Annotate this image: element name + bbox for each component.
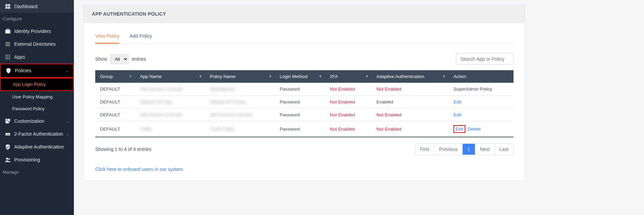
delete-link[interactable]: Delete bbox=[467, 126, 481, 132]
table-row: DEFAULTDefault API AppDefault API Policy… bbox=[95, 96, 514, 109]
svg-rect-2 bbox=[5, 7, 7, 9]
svg-point-10 bbox=[5, 57, 6, 58]
pager-1[interactable]: 1 bbox=[463, 144, 475, 155]
sidebar-item-apps[interactable]: Apps bbox=[0, 51, 74, 63]
onboard-link[interactable]: Click here to onboard users in our syste… bbox=[95, 167, 514, 172]
svg-point-18 bbox=[6, 158, 8, 160]
sort-icon: ▲▼ bbox=[366, 75, 368, 78]
tab-view-policy[interactable]: View Policy bbox=[95, 33, 119, 44]
col-app-name[interactable]: App Name▲▼ bbox=[135, 70, 205, 83]
sidebar-item-label: Policies bbox=[15, 68, 31, 73]
table-row: DEFAULTSelf Service ConsoleSelf Service … bbox=[95, 109, 514, 121]
list-icon bbox=[5, 41, 11, 47]
sidebar-item-external-directories[interactable]: External Directories bbox=[0, 38, 74, 51]
table-row: DEFAULTTrelloTrello PolicyPasswordNot En… bbox=[95, 121, 514, 137]
policy-table: Group▲▼App Name▲▼Policy Name▲▼Login Meth… bbox=[95, 70, 514, 137]
pager: FirstPrevious1NextLast bbox=[415, 143, 514, 155]
users-icon bbox=[5, 157, 11, 163]
key-icon: 123 bbox=[5, 131, 11, 137]
svg-point-7 bbox=[5, 55, 6, 56]
sort-icon: ▲▼ bbox=[129, 75, 132, 78]
svg-point-11 bbox=[7, 57, 8, 58]
sort-icon: ▲▼ bbox=[269, 75, 271, 78]
col-action[interactable]: Action bbox=[449, 70, 514, 83]
chevron-down-icon: ⌄ bbox=[66, 132, 69, 136]
sidebar-item-dashboard[interactable]: Dashboard bbox=[0, 0, 74, 13]
col-adaptive-authentication[interactable]: Adaptive Authentication▲▼ bbox=[372, 70, 449, 83]
sidebar-item-label: Apps bbox=[14, 54, 25, 60]
sidebar-item-2-factor-authentication[interactable]: 1232-Factor Authentication⌄ bbox=[0, 128, 74, 140]
tabs: View PolicyAdd Policy bbox=[95, 33, 514, 44]
col-policy-name[interactable]: Policy Name▲▼ bbox=[205, 70, 275, 83]
col-2fa[interactable]: 2FA▲▼ bbox=[325, 70, 372, 83]
sidebar-item-provisioning[interactable]: Provisioning bbox=[0, 153, 74, 166]
svg-text:123: 123 bbox=[6, 133, 9, 135]
pager-last[interactable]: Last bbox=[495, 144, 513, 155]
col-login-method[interactable]: Login Method▲▼ bbox=[275, 70, 325, 83]
sort-icon: ▲▼ bbox=[199, 75, 202, 78]
sidebar: DashboardConfigureIdentity ProvidersExte… bbox=[0, 0, 74, 215]
sidebar-item-label: External Directories bbox=[14, 41, 56, 47]
sidebar-item-label: Dashboard bbox=[14, 4, 38, 9]
svg-rect-3 bbox=[8, 7, 10, 9]
svg-point-14 bbox=[7, 58, 8, 59]
svg-point-8 bbox=[7, 55, 8, 56]
table-header-row: Group▲▼App Name▲▼Policy Name▲▼Login Meth… bbox=[95, 70, 514, 83]
sidebar-item-label: Identity Providers bbox=[14, 28, 51, 34]
sidebar-item-customization[interactable]: Customization⌄ bbox=[0, 115, 74, 128]
svg-rect-0 bbox=[5, 4, 7, 6]
sidebar-item-policies[interactable]: Policies⌄ bbox=[0, 63, 74, 78]
sidebar-item-label: Provisioning bbox=[14, 157, 40, 162]
sidebar-item-label: Adaptive Authentication bbox=[14, 144, 64, 150]
svg-point-9 bbox=[9, 55, 10, 56]
edit-link[interactable]: Edit bbox=[454, 125, 465, 133]
sidebar-item-label: 2-Factor Authentication bbox=[14, 131, 63, 137]
shield-icon bbox=[5, 67, 12, 74]
tab-add-policy[interactable]: Add Policy bbox=[129, 33, 152, 43]
svg-rect-4 bbox=[5, 42, 10, 43]
svg-rect-6 bbox=[5, 45, 10, 46]
search-input[interactable] bbox=[456, 53, 514, 65]
sidebar-item-label: Customization bbox=[14, 118, 44, 124]
table-info: Showing 1 to 4 of 4 entries bbox=[95, 146, 152, 152]
entries-control: Show All entries bbox=[95, 54, 146, 64]
svg-point-12 bbox=[9, 57, 10, 58]
dashboard-icon bbox=[5, 3, 11, 9]
sidebar-section: Manage bbox=[0, 166, 74, 178]
pager-first[interactable]: First bbox=[415, 144, 434, 155]
table-row: DEFAULTSelf Service Consoledefaultpolicy… bbox=[95, 83, 514, 96]
sidebar-sub-item[interactable]: App Login Policy bbox=[0, 78, 74, 91]
sidebar-item-adaptive-authentication[interactable]: Adaptive Authentication bbox=[0, 140, 74, 153]
pager-previous[interactable]: Previous bbox=[434, 144, 462, 155]
edit-link[interactable]: Edit bbox=[454, 112, 461, 117]
svg-rect-5 bbox=[5, 44, 10, 44]
grid-icon bbox=[5, 54, 11, 60]
chevron-down-icon: ⌄ bbox=[66, 119, 69, 123]
sidebar-sub-item[interactable]: Password Policy bbox=[0, 103, 74, 115]
sidebar-section: Configure bbox=[0, 13, 74, 25]
chevron-down-icon: ⌄ bbox=[66, 69, 68, 73]
pager-next[interactable]: Next bbox=[475, 144, 495, 155]
sort-icon: ▲▼ bbox=[319, 75, 322, 78]
svg-point-19 bbox=[8, 158, 10, 160]
sidebar-item-identity-providers[interactable]: Identity Providers bbox=[0, 25, 74, 38]
sort-icon: ▲▼ bbox=[443, 75, 445, 78]
col-group[interactable]: Group▲▼ bbox=[95, 70, 135, 83]
briefcase-icon bbox=[5, 28, 11, 34]
main-content: APP AUTHENTICATION POLICY View PolicyAdd… bbox=[74, 0, 644, 215]
svg-point-15 bbox=[9, 58, 10, 59]
shieldcheck-icon bbox=[5, 144, 11, 150]
svg-rect-1 bbox=[8, 4, 10, 6]
edit-link[interactable]: Edit bbox=[454, 99, 461, 104]
svg-point-13 bbox=[5, 58, 6, 59]
sidebar-sub-item[interactable]: User Policy Mapping bbox=[0, 91, 74, 103]
puzzle-icon bbox=[5, 118, 11, 124]
entries-select[interactable]: All bbox=[110, 54, 128, 64]
page-title: APP AUTHENTICATION POLICY bbox=[83, 5, 525, 23]
